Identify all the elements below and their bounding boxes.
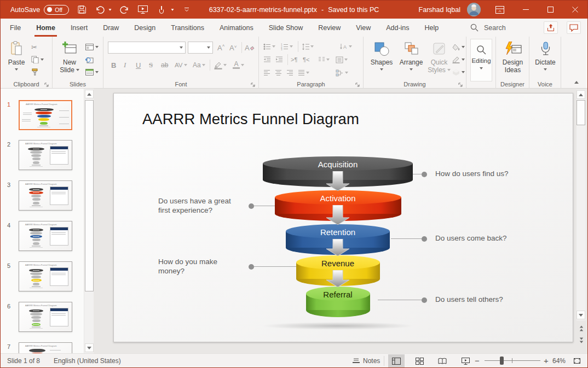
previous-slide-button[interactable]	[577, 324, 586, 333]
character-spacing-button[interactable]: AV	[175, 60, 187, 71]
arrange-button[interactable]: Arrange	[397, 39, 425, 71]
align-left-button[interactable]	[263, 67, 270, 78]
reset-button[interactable]	[85, 55, 99, 65]
tab-animations[interactable]: Animations	[212, 19, 261, 37]
comments-button[interactable]	[567, 21, 581, 34]
font-size-combobox[interactable]	[188, 42, 213, 54]
section-button[interactable]	[85, 67, 99, 77]
thumbnail-slide-3[interactable]: 3AARRR Metrics Funnel Diagram	[1, 180, 84, 212]
thumbnail-slide-4[interactable]: 4AARRR Metrics Funnel Diagram	[1, 221, 84, 252]
next-slide-button[interactable]	[577, 336, 586, 345]
reading-view-button[interactable]	[434, 354, 451, 367]
grow-font-button[interactable]: A˄	[217, 42, 224, 53]
scroll-up-icon[interactable]	[577, 90, 585, 99]
shrink-font-button[interactable]: A˅	[229, 42, 237, 53]
align-right-button[interactable]	[286, 67, 293, 78]
quick-styles-button[interactable]: Quick Styles	[427, 39, 451, 74]
maximize-button[interactable]	[538, 1, 563, 19]
shape-effects-button[interactable]	[452, 67, 465, 77]
align-center-button[interactable]	[275, 67, 282, 78]
thumb-scrollbar-thumb[interactable]	[85, 100, 94, 291]
undo-dropdown-icon[interactable]	[109, 9, 112, 10]
thumb-scroll-down-icon[interactable]	[85, 343, 94, 352]
numbering-button[interactable]: 123	[281, 41, 293, 52]
undo-icon[interactable]	[94, 3, 106, 16]
zoom-level[interactable]: 64%	[552, 354, 566, 367]
zoom-slider-track[interactable]	[485, 360, 540, 361]
main-vertical-scrollbar[interactable]	[577, 90, 586, 320]
text-shadow-button[interactable]: ab	[161, 60, 168, 71]
user-avatar[interactable]	[467, 3, 481, 16]
tab-transitions[interactable]: Transitions	[163, 19, 212, 37]
tab-slide-show[interactable]: Slide Show	[261, 19, 311, 37]
format-painter-button[interactable]	[31, 67, 44, 77]
tab-draw[interactable]: Draw	[95, 19, 126, 37]
thumbnail-preview[interactable]: AARRR Metrics Funnel Diagram	[19, 342, 72, 354]
slide-canvas[interactable]: AARRR Metrics Funnel Diagram Acquisition…	[113, 93, 573, 342]
slideshow-view-button[interactable]	[457, 354, 474, 367]
fit-slide-to-window-button[interactable]	[569, 354, 585, 367]
zoom-out-button[interactable]: −	[475, 354, 480, 367]
design-ideas-button[interactable]: Design Ideas	[498, 39, 528, 74]
tab-help[interactable]: Help	[417, 19, 447, 37]
dictate-button[interactable]: Dictate	[533, 39, 558, 71]
start-presentation-icon[interactable]	[137, 3, 149, 16]
cut-button[interactable]: ✂	[31, 42, 44, 52]
thumbnail-slide-5[interactable]: 5AARRR Metrics Funnel Diagram	[1, 261, 84, 293]
tab-file[interactable]: File	[2, 19, 28, 37]
callout-acquisition-text[interactable]: How do users find us?	[435, 169, 509, 178]
thumbnail-slide-1[interactable]: 1AARRR Metrics Funnel Diagram	[1, 100, 84, 131]
thumbnail-slide-6[interactable]: 6AARRR Metrics Funnel Diagram	[1, 302, 84, 333]
bullets-button[interactable]	[263, 41, 275, 52]
justify-button[interactable]	[298, 67, 309, 78]
notes-button[interactable]: Notes	[352, 354, 380, 367]
tab-design[interactable]: Design	[126, 19, 163, 37]
paste-button[interactable]: Paste	[5, 39, 28, 71]
new-slide-button[interactable]: New Slide	[57, 39, 82, 74]
paragraph-dialog-launcher[interactable]	[355, 80, 361, 86]
autosave-toggle[interactable]: Off	[44, 5, 69, 15]
align-text-button[interactable]	[336, 54, 348, 65]
thumbnail-preview[interactable]: AARRR Metrics Funnel Diagram	[19, 261, 72, 291]
font-dialog-launcher[interactable]	[251, 80, 257, 86]
minimize-button[interactable]	[514, 1, 538, 19]
thumbnail-preview[interactable]: AARRR Metrics Funnel Diagram	[19, 221, 72, 251]
layout-button[interactable]	[85, 42, 99, 52]
shapes-button[interactable]: Shapes	[368, 39, 395, 71]
drawing-dialog-launcher[interactable]	[458, 80, 464, 86]
slide-sorter-view-button[interactable]	[411, 354, 428, 367]
left-to-right-button[interactable]: >¶	[291, 54, 297, 65]
highlight-color-button[interactable]	[214, 60, 227, 71]
callout-activation-text[interactable]: Do users have a great first experience?	[158, 196, 246, 215]
save-icon[interactable]	[76, 3, 88, 16]
editing-button[interactable]: Editing	[470, 39, 492, 81]
collapse-ribbon-icon[interactable]	[574, 81, 579, 84]
underline-button[interactable]: U	[136, 60, 141, 71]
strikethrough-button[interactable]: S	[149, 60, 153, 71]
tab-insert[interactable]: Insert	[63, 19, 95, 37]
shape-fill-button[interactable]	[452, 42, 465, 52]
touch-mode-dropdown-icon[interactable]	[171, 9, 174, 10]
customize-quick-access-icon[interactable]	[181, 3, 193, 16]
funnel-layer-referral[interactable]: Referral	[306, 287, 370, 317]
shape-outline-button[interactable]	[452, 55, 465, 65]
columns-button[interactable]	[318, 54, 330, 65]
search-control[interactable]: Search	[470, 19, 506, 37]
line-spacing-button[interactable]	[302, 41, 314, 52]
scroll-down-icon[interactable]	[577, 311, 585, 319]
slide-title[interactable]: AARRR Metrics Funnel Diagram	[142, 110, 359, 128]
thumbnail-scrollbar[interactable]	[84, 89, 94, 354]
callout-revenue-text[interactable]: How do you make money?	[158, 257, 246, 276]
normal-view-button[interactable]	[388, 354, 405, 367]
text-direction-button[interactable]: A	[340, 41, 352, 52]
thumbnail-preview[interactable]: AARRR Metrics Funnel Diagram	[19, 302, 72, 332]
callout-retention-text[interactable]: Do users come back?	[435, 233, 507, 243]
zoom-in-button[interactable]: +	[544, 354, 549, 367]
close-button[interactable]	[563, 1, 587, 19]
tab-view[interactable]: View	[348, 19, 378, 37]
thumbnail-slide-7[interactable]: 7AARRR Metrics Funnel Diagram	[1, 342, 84, 354]
increase-indent-button[interactable]	[275, 54, 283, 65]
italic-button[interactable]: I	[124, 60, 126, 71]
convert-to-smartart-button[interactable]	[336, 67, 348, 78]
tab-add-ins[interactable]: Add-ins	[378, 19, 417, 37]
